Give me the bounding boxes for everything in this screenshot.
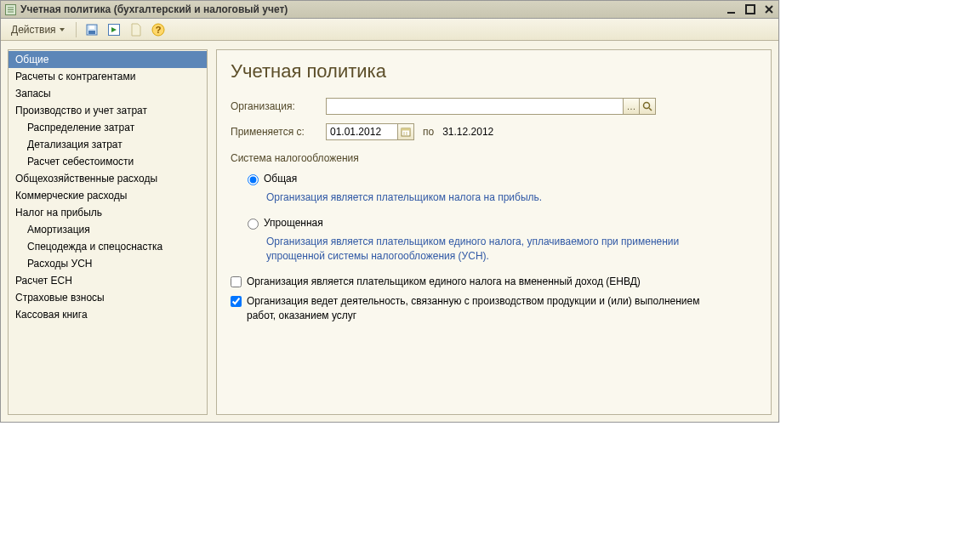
page-title: Учетная политика [231, 60, 757, 82]
minimize-button[interactable] [726, 3, 738, 15]
svg-rect-9 [88, 31, 95, 34]
sidebar-item-commercial[interactable]: Коммерческие расходы [9, 187, 207, 204]
titlebar: Учетная политика (бухгалтерский и налого… [1, 1, 778, 19]
sidebar-item-cost-allocation[interactable]: Распределение затрат [9, 119, 207, 136]
sidebar-item-spec-clothing[interactable]: Спецодежда и спецоснастка [9, 238, 207, 255]
applies-label: Применяется с: [231, 126, 326, 138]
sidebar-item-counterparties[interactable]: Расчеты с контрагентами [9, 68, 207, 85]
chevron-down-icon [60, 28, 65, 31]
radio-simplified-label: Упрощенная [264, 217, 323, 229]
tax-system-label: Система налогообложения [231, 152, 757, 164]
radio-general[interactable] [248, 174, 259, 185]
lookup-button[interactable] [639, 98, 656, 115]
radio-general-label: Общая [264, 173, 297, 185]
org-label: Организация: [231, 100, 326, 112]
search-icon [642, 101, 652, 111]
select-button[interactable]: … [623, 98, 640, 115]
po-label: по [423, 126, 434, 138]
sidebar-item-esn[interactable]: Расчет ЕСН [9, 272, 207, 289]
body-area: Общие Расчеты с контрагентами Запасы Про… [1, 41, 778, 422]
svg-rect-10 [89, 26, 94, 29]
radio-simplified-row: Упрощенная [248, 217, 757, 230]
svg-rect-4 [727, 12, 735, 14]
check-production-row: Организация ведет деятельность, связанну… [231, 294, 757, 323]
hint-simplified: Организация является плательщиком единог… [266, 235, 692, 264]
date-row: Применяется с: по 31.12.2012 [231, 123, 757, 140]
svg-line-16 [649, 108, 652, 111]
sidebar-item-cost-calc[interactable]: Расчет себестоимости [9, 153, 207, 170]
window-frame: Учетная политика (бухгалтерский и налого… [0, 0, 779, 423]
sidebar-item-cost-detail[interactable]: Детализация затрат [9, 136, 207, 153]
sidebar-item-overhead[interactable]: Общехозяйственные расходы [9, 170, 207, 187]
check-envd[interactable] [231, 276, 242, 287]
check-production-label: Организация ведет деятельность, связанну… [247, 294, 723, 323]
date-to-value: 31.12.2012 [442, 126, 493, 138]
sidebar-item-production[interactable]: Производство и учет затрат [9, 102, 207, 119]
actions-label: Действия [11, 24, 56, 36]
go-icon-button[interactable] [105, 21, 123, 38]
sidebar: Общие Расчеты с контрагентами Запасы Про… [8, 49, 208, 415]
calendar-icon [401, 127, 411, 137]
sidebar-item-general[interactable]: Общие [9, 51, 207, 68]
help-icon-button[interactable]: ? [149, 21, 168, 38]
svg-text:?: ? [155, 25, 161, 35]
ellipsis-icon: … [627, 101, 636, 111]
content-panel: Учетная политика Организация: … Применяе… [216, 49, 772, 415]
sidebar-item-profit-tax[interactable]: Налог на прибыль [9, 204, 207, 221]
svg-rect-5 [746, 5, 755, 14]
document-icon-button[interactable] [127, 21, 145, 38]
close-button[interactable] [763, 3, 775, 15]
sidebar-item-inventory[interactable]: Запасы [9, 85, 207, 102]
organization-input[interactable] [326, 98, 624, 115]
window-title: Учетная политика (бухгалтерский и налого… [20, 3, 726, 15]
sidebar-item-amortization[interactable]: Амортизация [9, 221, 207, 238]
sidebar-item-cashbook[interactable]: Кассовая книга [9, 306, 207, 323]
date-from-input[interactable] [326, 123, 398, 140]
org-row: Организация: … [231, 98, 757, 115]
check-envd-label: Организация является плательщиком единог… [247, 275, 641, 289]
actions-menu-button[interactable]: Действия [6, 21, 70, 38]
hint-general: Организация является плательщиком налога… [266, 190, 692, 205]
toolbar: Действия ? [1, 19, 778, 41]
check-envd-row: Организация является плательщиком единог… [231, 275, 757, 289]
save-icon-button[interactable] [83, 21, 101, 38]
sidebar-item-usn-costs[interactable]: Расходы УСН [9, 255, 207, 272]
toolbar-divider [76, 22, 77, 37]
window-icon [4, 3, 16, 15]
calendar-button[interactable] [397, 123, 414, 140]
radio-general-row: Общая [248, 173, 757, 185]
radio-simplified[interactable] [248, 219, 259, 230]
svg-point-15 [644, 103, 650, 109]
svg-rect-18 [402, 128, 410, 131]
sidebar-item-insurance[interactable]: Страховые взносы [9, 289, 207, 306]
check-production[interactable] [231, 296, 242, 307]
maximize-button[interactable] [744, 3, 756, 15]
